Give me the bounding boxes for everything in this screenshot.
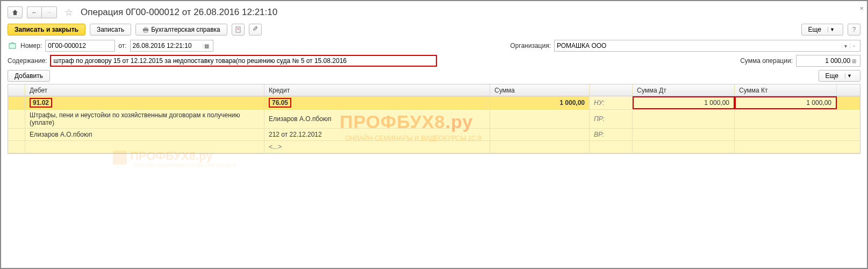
select-icon[interactable]: ▾ [842,43,850,49]
row-tag: ВР: [590,129,633,140]
table-more-button[interactable]: Еще ▼ [819,70,860,82]
title-bar: ← → ☆ Операция 0Г00-000012 от 26.08.2016… [8,6,860,18]
content-label: Содержание: [8,57,47,65]
credit-analytics: 212 от 22.12.2012 [264,129,490,140]
table-row[interactable]: Елизаров А.О.пбоюп 212 от 22.12.2012 ВР: [8,129,860,141]
date-input[interactable]: ▦ [130,40,213,52]
back-button[interactable]: ← [27,6,42,18]
favorite-star-icon[interactable]: ☆ [64,6,73,18]
number-label: Номер: [20,42,42,49]
row-sum: 1 000,00 [490,96,590,109]
row-tag: НУ: [590,96,633,109]
operation-sum-label: Сумма операции: [740,57,793,65]
table-more-label: Еще [826,72,838,80]
header-fields-row1: Номер: от: ▦ Организация: ▾ ▫ [8,40,860,52]
svg-rect-1 [144,27,147,29]
debit-analytics: Елизаров А.О.пбоюп [25,129,264,140]
table-row[interactable]: Штрафы, пени и неустойки по хозяйственны… [8,110,860,129]
credit-analytics: <...> [264,141,490,153]
date-label: от: [118,42,126,49]
number-input[interactable] [45,40,115,52]
open-icon[interactable]: ▫ [850,43,858,49]
row-sum-dt: 1 000,00 [633,96,735,109]
debit-analytics: Штрафы, пени и неустойки по хозяйственны… [25,110,264,128]
col-credit[interactable]: Кредит [264,84,490,96]
note-icon [8,41,17,51]
save-button[interactable]: Записать [90,24,131,36]
grid-header: Дебет Кредит Сумма Сумма Дт Сумма Кт [8,84,860,96]
table-row[interactable]: <...> [8,141,860,153]
postings-grid: Дебет Кредит Сумма Сумма Дт Сумма Кт 91.… [8,84,860,154]
report-icon-button[interactable] [232,24,245,36]
credit-account: 76.05 [269,98,291,108]
calculator-icon[interactable]: ⊞ [850,58,858,64]
col-debit[interactable]: Дебет [25,84,264,96]
calendar-icon[interactable]: ▦ [203,43,211,49]
col-sum-dt[interactable]: Сумма Дт [633,84,735,96]
chevron-down-icon: ▼ [828,27,836,32]
credit-analytics: Елизаров А.О.пбоюп [264,110,490,128]
svg-rect-6 [9,44,16,48]
more-label: Еще [808,26,821,33]
main-toolbar: Записать и закрыть Записать Бухгалтерска… [8,24,860,36]
grid-body: 91.02 76.05 1 000,00 НУ: 1 000,00 1 000,… [8,96,860,153]
content-input[interactable] [50,55,437,67]
home-button[interactable] [8,6,23,18]
app-window: × ← → ☆ Операция 0Г00-000012 от 26.08.20… [0,0,868,269]
operation-sum-input[interactable]: ⊞ [796,55,860,67]
svg-rect-2 [144,31,147,32]
printer-icon [142,26,149,33]
col-sum[interactable]: Сумма [490,84,590,96]
help-button[interactable]: ? [848,24,860,36]
page-title: Операция 0Г00-000012 от 26.08.2016 12:21… [81,7,277,18]
forward-button[interactable]: → [42,6,57,18]
save-and-close-button[interactable]: Записать и закрыть [8,24,85,36]
col-sum-kt[interactable]: Сумма Кт [735,84,837,96]
accounting-reference-label: Бухгалтерская справка [151,26,220,33]
more-button[interactable]: Еще ▼ [801,24,843,36]
nav-back-forward: ← → [27,6,57,18]
accounting-reference-button[interactable]: Бухгалтерская справка [135,24,227,36]
close-icon[interactable]: × [859,4,864,12]
chevron-down-icon: ▼ [845,73,853,79]
row-sum-kt: 1 000,00 [735,96,837,109]
watermark-sub: ОНЛАЙН-СЕМИНАРЫ И ВИДЕОКУРСЫ 1С:8 [134,162,236,168]
table-row[interactable]: 91.02 76.05 1 000,00 НУ: 1 000,00 1 000,… [8,96,860,110]
org-input[interactable]: ▾ ▫ [554,40,860,52]
paperclip-icon [252,26,259,33]
table-toolbar: Добавить Еще ▼ [8,70,860,82]
document-icon [235,26,241,33]
header-fields-row2: Содержание: Сумма операции: ⊞ [8,55,860,67]
row-tag: ПР: [590,110,633,128]
attach-icon-button[interactable] [249,24,262,36]
debit-account: 91.02 [30,98,52,108]
org-label: Организация: [510,42,551,49]
add-row-button[interactable]: Добавить [8,70,50,82]
